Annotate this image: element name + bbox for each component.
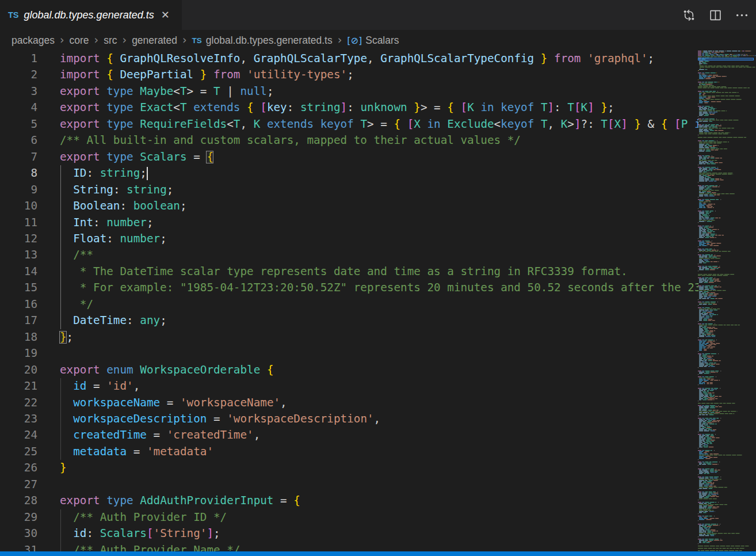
line-number: 5 — [0, 116, 37, 132]
code-line-31: 31 /** Auth Provider Name */ — [0, 542, 698, 551]
code-line-1: 1import { GraphQLResolveInfo, GraphQLSca… — [0, 51, 698, 67]
code-line-14: 14 * The DateTime scalar type represents… — [0, 264, 698, 280]
code-line-30: 30 id: Scalars['String']; — [0, 525, 698, 542]
line-number: 1 — [0, 51, 37, 67]
breadcrumb-item-core[interactable]: core — [70, 35, 89, 47]
code-area: 1import { GraphQLResolveInfo, GraphQLSca… — [0, 51, 698, 551]
code-line-3: 3export type Maybe<T> = T | null; — [0, 83, 698, 100]
line-number: 21 — [0, 378, 37, 394]
editor-actions — [681, 0, 749, 30]
breadcrumb-separator: › — [60, 33, 64, 46]
indent-guide — [60, 509, 61, 551]
code-editor[interactable]: 1import { GraphQLResolveInfo, GraphQLSca… — [0, 51, 756, 551]
code-line-21: 21 id = 'id', — [0, 378, 698, 394]
code-line-15: 15 * For example: "1985-04-12T23:20:50.5… — [0, 280, 698, 296]
code-line-26: 26} — [0, 460, 698, 476]
line-number: 13 — [0, 247, 37, 263]
line-number: 12 — [0, 231, 37, 247]
typescript-file-icon: TS — [192, 36, 202, 45]
code-line-17: 17 DateTime: any; — [0, 313, 698, 329]
tab-close-icon[interactable]: ✕ — [161, 9, 170, 21]
code-line-23: 23 workspaceDescription = 'workspaceDesc… — [0, 411, 698, 427]
tab-bar: TS global.db.types.generated.ts ✕ — [0, 0, 756, 30]
breadcrumb: packages›core›src›generated›TSglobal.db.… — [0, 30, 756, 51]
indent-guide — [60, 165, 61, 329]
code-line-16: 16 */ — [0, 296, 698, 313]
line-number: 28 — [0, 493, 37, 509]
line-number: 23 — [0, 411, 37, 427]
tab-label: global.db.types.generated.ts — [24, 9, 154, 21]
code-line-11: 11 Int: number; — [0, 215, 698, 231]
line-number: 6 — [0, 132, 37, 148]
code-line-24: 24 createdTime = 'createdTime', — [0, 427, 698, 443]
bracket-match-highlight — [59, 331, 67, 344]
code-line-12: 12 Float: number; — [0, 231, 698, 247]
line-number: 30 — [0, 525, 37, 542]
line-number: 26 — [0, 460, 37, 476]
code-line-27: 27 — [0, 477, 698, 493]
minimap[interactable] — [698, 51, 756, 551]
vscode-editor-window: TS global.db.types.generated.ts ✕ — [0, 0, 756, 556]
more-actions-icon[interactable] — [734, 7, 749, 22]
line-number: 9 — [0, 182, 37, 198]
split-editor-icon[interactable] — [708, 7, 723, 22]
line-number: 18 — [0, 329, 37, 345]
line-number: 27 — [0, 477, 37, 493]
line-number: 4 — [0, 100, 37, 116]
breadcrumb-separator: › — [123, 33, 127, 46]
code-line-7: 7export type Scalars = { — [0, 149, 698, 165]
bracket-match-highlight — [206, 151, 213, 163]
line-number: 20 — [0, 362, 37, 378]
code-line-4: 4export type Exact<T extends { [key: str… — [0, 100, 698, 116]
indent-guide — [60, 378, 61, 460]
code-line-28: 28export type AddAuthProviderInput = { — [0, 493, 698, 509]
code-line-13: 13 /** — [0, 247, 698, 263]
code-line-19: 19 — [0, 345, 698, 361]
code-line-22: 22 workspaceName = 'workspaceName', — [0, 395, 698, 411]
line-number: 19 — [0, 345, 37, 361]
line-number: 17 — [0, 313, 37, 329]
code-line-18: 18}; — [0, 329, 698, 345]
breadcrumb-separator: › — [94, 33, 99, 46]
breadcrumb-item-src[interactable]: src — [104, 35, 117, 47]
code-line-25: 25 metadata = 'metadata' — [0, 444, 698, 460]
text-cursor — [147, 167, 148, 180]
code-line-20: 20export enum WorkspaceOrderable { — [0, 362, 698, 378]
breadcrumb-item-global.db.types.generated.ts[interactable]: TSglobal.db.types.generated.ts — [192, 35, 333, 47]
tab-global-db-types[interactable]: TS global.db.types.generated.ts ✕ — [0, 0, 182, 30]
breadcrumb-item-generated[interactable]: generated — [132, 35, 177, 47]
line-number: 3 — [0, 83, 37, 100]
code-line-2: 2import { DeepPartial } from 'utility-ty… — [0, 67, 698, 83]
line-number: 10 — [0, 198, 37, 214]
typescript-file-icon: TS — [8, 10, 19, 20]
line-number: 16 — [0, 296, 37, 313]
line-number: 7 — [0, 149, 37, 165]
code-line-29: 29 /** Auth Provider ID */ — [0, 509, 698, 525]
line-number: 8 — [0, 165, 37, 181]
code-line-10: 10 Boolean: boolean; — [0, 198, 698, 214]
line-number: 31 — [0, 542, 37, 551]
symbol-type-icon: [⊘] — [347, 35, 362, 46]
code-line-9: 9 String: string; — [0, 182, 698, 198]
line-number: 14 — [0, 264, 37, 280]
breadcrumb-item-Scalars[interactable]: [⊘]Scalars — [347, 35, 399, 47]
open-changes-icon[interactable] — [681, 7, 696, 22]
line-number: 24 — [0, 427, 37, 443]
breadcrumb-item-packages[interactable]: packages — [12, 35, 55, 47]
line-number: 22 — [0, 395, 37, 411]
breadcrumb-separator: › — [338, 33, 342, 46]
line-number: 11 — [0, 215, 37, 231]
code-line-6: 6/** All built-in and custom scalars, ma… — [0, 132, 698, 148]
code-line-5: 5export type RequireFields<T, K extends … — [0, 116, 698, 132]
status-bar — [0, 551, 756, 556]
breadcrumb-separator: › — [182, 33, 187, 46]
line-number: 15 — [0, 280, 37, 296]
code-line-8: 8 ID: string; — [0, 165, 698, 181]
line-number: 29 — [0, 509, 37, 525]
line-number: 25 — [0, 444, 37, 460]
line-number: 2 — [0, 67, 37, 83]
